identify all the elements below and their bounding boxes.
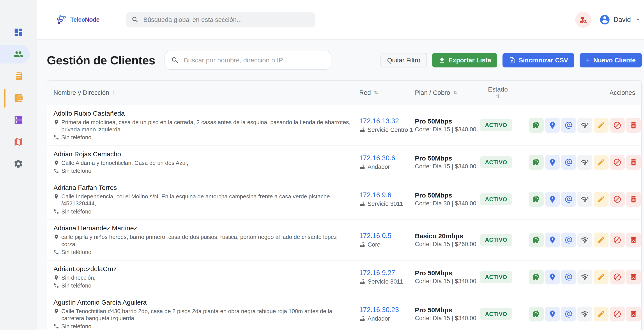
- column-header-status[interactable]: Estado ⇅: [482, 86, 514, 100]
- sidebar-item-network[interactable]: [0, 109, 37, 131]
- column-header-plan[interactable]: Plan / Cobro ⇅: [415, 89, 478, 96]
- network-check-button[interactable]: [578, 155, 592, 170]
- column-header-network[interactable]: Red ⇅: [359, 89, 415, 96]
- email-at-sign-button[interactable]: [561, 306, 576, 322]
- network-check-button[interactable]: [578, 232, 592, 248]
- delete-forever-icon: [629, 158, 638, 166]
- payments-piggy-bank-button[interactable]: [529, 232, 544, 248]
- person-search-button[interactable]: [576, 12, 591, 28]
- network-cell: 172.16.13.32 Servicio Centro 1: [359, 117, 415, 133]
- payments-piggy-bank-button[interactable]: [529, 192, 544, 207]
- sidebar-item-invoices[interactable]: [0, 65, 37, 87]
- edit-client-button[interactable]: [594, 306, 608, 322]
- delete-client-button[interactable]: [626, 118, 641, 133]
- client-network: Core: [359, 241, 415, 248]
- account-menu[interactable]: David: [599, 14, 640, 26]
- block-client-button[interactable]: [610, 155, 625, 170]
- client-ip-link[interactable]: 172.16.30.23: [359, 306, 415, 314]
- export-list-button[interactable]: Exportar Lista: [432, 53, 497, 68]
- locate-on-map-button[interactable]: [545, 270, 560, 284]
- network-check-button[interactable]: [578, 192, 592, 207]
- sidebar-item-map[interactable]: [0, 131, 37, 153]
- client-ip-link[interactable]: 172.16.9.27: [359, 269, 415, 277]
- router-icon: [359, 164, 365, 170]
- email-at-sign-button[interactable]: [561, 270, 576, 284]
- locate-on-map-button[interactable]: [545, 306, 560, 322]
- location-pin-icon: [54, 119, 59, 125]
- delete-forever-icon: [629, 195, 638, 204]
- locate-on-map-button[interactable]: [545, 192, 560, 207]
- client-ip-link[interactable]: 172.16.0.5: [359, 232, 415, 240]
- at-sign-icon: [564, 121, 573, 130]
- locate-on-map-button[interactable]: [545, 155, 560, 170]
- client-ip-link[interactable]: 172.16.30.6: [359, 154, 415, 162]
- client-network: Andador: [359, 315, 415, 322]
- block-client-button[interactable]: [610, 306, 625, 322]
- delete-client-button[interactable]: [626, 155, 641, 170]
- network-cell: 172.16.9.6 Servicio 3011: [359, 191, 415, 207]
- edit-client-button[interactable]: [594, 270, 608, 284]
- edit-client-button[interactable]: [594, 155, 608, 170]
- plus-icon: +: [586, 56, 590, 64]
- billing-info: Corte: Día 15 | $260.00: [415, 241, 478, 248]
- client-search-input[interactable]: [183, 56, 325, 64]
- location-pin-icon: [548, 195, 556, 204]
- new-client-button[interactable]: + Nuevo Cliente: [580, 53, 642, 68]
- sidebar-item-settings[interactable]: [0, 153, 37, 175]
- router-icon: [359, 316, 365, 322]
- sidebar-item-clients[interactable]: [0, 43, 37, 65]
- client-search[interactable]: [164, 51, 332, 70]
- edit-client-button[interactable]: [594, 118, 608, 133]
- page-title: Gestión de Clientes: [47, 54, 155, 67]
- sort-icon: ⇅: [374, 90, 378, 96]
- block-client-button[interactable]: [610, 232, 625, 248]
- sidebar-item-dashboard[interactable]: [0, 22, 37, 43]
- edit-client-button[interactable]: [594, 192, 608, 207]
- delete-client-button[interactable]: [626, 306, 641, 322]
- clear-filter-button[interactable]: Quitar Filtro: [380, 53, 427, 68]
- block-client-button[interactable]: [610, 192, 625, 207]
- network-check-button[interactable]: [578, 306, 592, 322]
- table-row: Adolfo Rubio Castañeda Primera de motoli…: [47, 105, 641, 146]
- email-at-sign-button[interactable]: [561, 118, 576, 133]
- delete-forever-icon: [629, 310, 638, 318]
- block-client-button[interactable]: [610, 118, 625, 133]
- delete-client-button[interactable]: [626, 270, 641, 284]
- billing-info: Corte: Día 15 | $340.00: [415, 315, 478, 322]
- payments-piggy-bank-button[interactable]: [529, 155, 544, 170]
- phone-icon: [54, 324, 59, 329]
- global-search-input[interactable]: [143, 16, 310, 24]
- network-check-button[interactable]: [578, 270, 592, 284]
- global-search[interactable]: [126, 12, 316, 27]
- router-icon: [359, 201, 365, 207]
- email-at-sign-button[interactable]: [561, 232, 576, 248]
- status-cell: ACTIVO: [478, 271, 529, 283]
- brand-logo[interactable]: TelcoNode: [56, 14, 100, 26]
- locate-on-map-button[interactable]: [545, 232, 560, 248]
- search-icon: [171, 56, 179, 64]
- email-at-sign-button[interactable]: [561, 192, 576, 207]
- sync-csv-button[interactable]: Sincronizar CSV: [502, 53, 574, 68]
- client-phone: Sin teléfono: [54, 323, 351, 330]
- plan-name: Basico 20mbps: [415, 232, 478, 240]
- plan-name: Pro 50Mbps: [415, 306, 478, 314]
- topbar-right: David: [576, 12, 640, 28]
- sidebar-item-payments[interactable]: [0, 87, 37, 109]
- delete-client-button[interactable]: [626, 232, 641, 248]
- email-at-sign-button[interactable]: [561, 155, 576, 170]
- client-name: Adriana Hernandez Martinez: [54, 224, 359, 232]
- billing-info: Corte: Día 15 | $340.00: [415, 278, 478, 285]
- edit-client-button[interactable]: [594, 232, 608, 248]
- network-check-button[interactable]: [578, 118, 592, 133]
- block-client-button[interactable]: [610, 270, 625, 284]
- payments-piggy-bank-button[interactable]: [529, 306, 544, 322]
- column-header-name[interactable]: Nombre y Dirección ↑: [54, 89, 359, 96]
- payments-piggy-bank-button[interactable]: [529, 118, 544, 133]
- client-ip-link[interactable]: 172.16.13.32: [359, 117, 415, 125]
- client-ip-link[interactable]: 172.16.9.6: [359, 191, 415, 199]
- piggy-bank-icon: [532, 236, 540, 244]
- client-network: Servicio 3011: [359, 278, 415, 285]
- locate-on-map-button[interactable]: [545, 118, 560, 133]
- delete-client-button[interactable]: [626, 192, 641, 207]
- payments-piggy-bank-button[interactable]: [529, 270, 544, 284]
